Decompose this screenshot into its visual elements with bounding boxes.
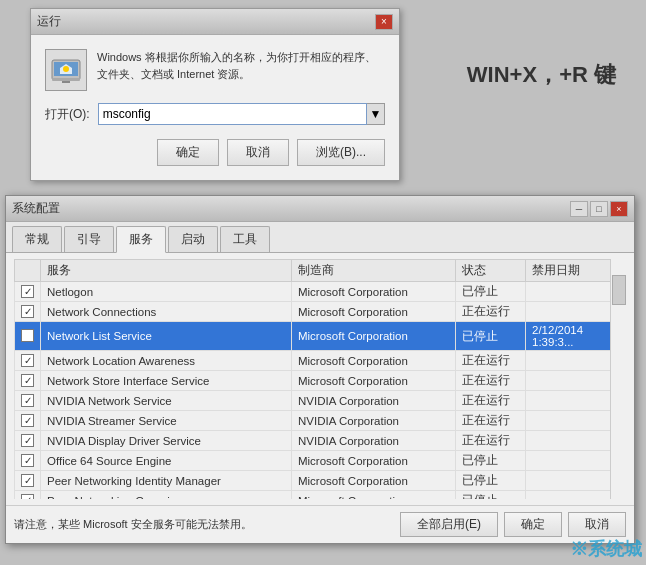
tab-services[interactable]: 服务 [116, 226, 166, 253]
run-dialog-input-row: 打开(O): ▼ [45, 103, 385, 125]
col-status: 状态 [456, 260, 526, 282]
tab-boot[interactable]: 引导 [64, 226, 114, 252]
service-checkbox[interactable] [21, 354, 34, 367]
service-name: Peer Networking Grouping [41, 491, 292, 500]
tab-startup[interactable]: 启动 [168, 226, 218, 252]
run-dialog-titlebar: 运行 × [31, 9, 399, 35]
sysconfig-tabs: 常规 引导 服务 启动 工具 [6, 222, 634, 253]
service-vendor: NVIDIA Corporation [291, 391, 455, 411]
service-checkbox-cell [15, 322, 41, 351]
service-checkbox-cell [15, 411, 41, 431]
table-row[interactable]: NVIDIA Streamer ServiceNVIDIA Corporatio… [15, 411, 626, 431]
run-dialog-title: 运行 [37, 13, 61, 30]
service-checkbox[interactable] [21, 285, 34, 298]
tab-general[interactable]: 常规 [12, 226, 62, 252]
table-row[interactable]: Network Store Interface ServiceMicrosoft… [15, 371, 626, 391]
service-checkbox-cell [15, 282, 41, 302]
sysconfig-ok-button[interactable]: 确定 [504, 512, 562, 537]
service-name: Office 64 Source Engine [41, 451, 292, 471]
col-checkbox [15, 260, 41, 282]
service-vendor: Microsoft Corporation [291, 491, 455, 500]
service-status: 已停止 [456, 491, 526, 500]
run-cancel-button[interactable]: 取消 [227, 139, 289, 166]
service-status: 正在运行 [456, 431, 526, 451]
service-status: 正在运行 [456, 351, 526, 371]
service-name: NVIDIA Display Driver Service [41, 431, 292, 451]
service-status: 正在运行 [456, 411, 526, 431]
services-table-wrapper: 服务 制造商 状态 禁用日期 NetlogonMicrosoft Corpora… [14, 259, 626, 499]
service-vendor: Microsoft Corporation [291, 302, 455, 322]
service-vendor: NVIDIA Corporation [291, 431, 455, 451]
col-service: 服务 [41, 260, 292, 282]
service-vendor: Microsoft Corporation [291, 471, 455, 491]
service-vendor: Microsoft Corporation [291, 371, 455, 391]
service-name: Peer Networking Identity Manager [41, 471, 292, 491]
table-row[interactable]: Office 64 Source EngineMicrosoft Corpora… [15, 451, 626, 471]
sysconfig-maximize[interactable]: □ [590, 201, 608, 217]
scrollbar-thumb[interactable] [612, 275, 626, 305]
service-checkbox[interactable] [21, 305, 34, 318]
service-checkbox-cell [15, 371, 41, 391]
table-row[interactable]: NVIDIA Display Driver ServiceNVIDIA Corp… [15, 431, 626, 451]
sysconfig-cancel-button[interactable]: 取消 [568, 512, 626, 537]
service-name: Network Connections [41, 302, 292, 322]
table-row[interactable]: Network List ServiceMicrosoft Corporatio… [15, 322, 626, 351]
service-status: 已停止 [456, 451, 526, 471]
service-vendor: Microsoft Corporation [291, 282, 455, 302]
run-browse-button[interactable]: 浏览(B)... [297, 139, 385, 166]
col-vendor: 制造商 [291, 260, 455, 282]
service-status: 正在运行 [456, 371, 526, 391]
service-status: 已停止 [456, 471, 526, 491]
table-row[interactable]: Peer Networking GroupingMicrosoft Corpor… [15, 491, 626, 500]
run-dialog-input-box: ▼ [98, 103, 385, 125]
enable-all-button[interactable]: 全部启用(E) [400, 512, 498, 537]
service-checkbox-cell [15, 351, 41, 371]
table-row[interactable]: NetlogonMicrosoft Corporation已停止 [15, 282, 626, 302]
service-status: 正在运行 [456, 391, 526, 411]
service-name: NVIDIA Streamer Service [41, 411, 292, 431]
run-dialog-close[interactable]: × [375, 14, 393, 30]
svg-rect-3 [62, 81, 70, 83]
table-row[interactable]: Network Location AwarenessMicrosoft Corp… [15, 351, 626, 371]
footer-buttons: 全部启用(E) 确定 取消 [400, 512, 626, 537]
service-name: Network Location Awareness [41, 351, 292, 371]
service-checkbox-cell [15, 491, 41, 500]
service-checkbox[interactable] [21, 454, 34, 467]
sysconfig-titlebar: 系统配置 ─ □ × [6, 196, 634, 222]
footer-note: 请注意，某些 Microsoft 安全服务可能无法禁用。 [14, 517, 252, 532]
service-checkbox[interactable] [21, 374, 34, 387]
svg-rect-2 [52, 78, 80, 81]
service-checkbox-cell [15, 431, 41, 451]
sysconfig-minimize[interactable]: ─ [570, 201, 588, 217]
service-vendor: Microsoft Corporation [291, 451, 455, 471]
service-status: 已停止 [456, 282, 526, 302]
run-dialog-description: Windows 将根据你所输入的名称，为你打开相应的程序、 文件夹、文档或 In… [97, 49, 376, 82]
service-status: 正在运行 [456, 302, 526, 322]
shortcut-annotation: WIN+X，+R 键 [467, 60, 616, 90]
watermark: ※系统城 [570, 537, 642, 561]
run-dialog-header: Windows 将根据你所输入的名称，为你打开相应的程序、 文件夹、文档或 In… [45, 49, 385, 91]
sysconfig-close[interactable]: × [610, 201, 628, 217]
service-checkbox[interactable] [21, 434, 34, 447]
tab-tools[interactable]: 工具 [220, 226, 270, 252]
service-checkbox[interactable] [21, 494, 34, 499]
service-vendor: NVIDIA Corporation [291, 411, 455, 431]
run-ok-button[interactable]: 确定 [157, 139, 219, 166]
table-row[interactable]: Network ConnectionsMicrosoft Corporation… [15, 302, 626, 322]
run-input[interactable] [98, 103, 367, 125]
table-row[interactable]: NVIDIA Network ServiceNVIDIA Corporation… [15, 391, 626, 411]
table-row[interactable]: Peer Networking Identity ManagerMicrosof… [15, 471, 626, 491]
run-dropdown-arrow[interactable]: ▼ [367, 103, 385, 125]
run-dialog: 运行 × Windows 将根据你所输入的名称，为你打开相应的程序、 文件夹、文… [30, 8, 400, 181]
svg-point-4 [63, 66, 69, 72]
service-checkbox[interactable] [21, 329, 34, 342]
service-name: Network List Service [41, 322, 292, 351]
service-checkbox-cell [15, 391, 41, 411]
scrollbar[interactable] [610, 259, 626, 499]
service-checkbox[interactable] [21, 474, 34, 487]
service-checkbox[interactable] [21, 414, 34, 427]
service-checkbox[interactable] [21, 394, 34, 407]
service-vendor: Microsoft Corporation [291, 322, 455, 351]
sysconfig-dialog: 系统配置 ─ □ × 常规 引导 服务 启动 工具 服务 制造商 状态 禁用日期 [5, 195, 635, 544]
sysconfig-content: 服务 制造商 状态 禁用日期 NetlogonMicrosoft Corpora… [6, 253, 634, 505]
